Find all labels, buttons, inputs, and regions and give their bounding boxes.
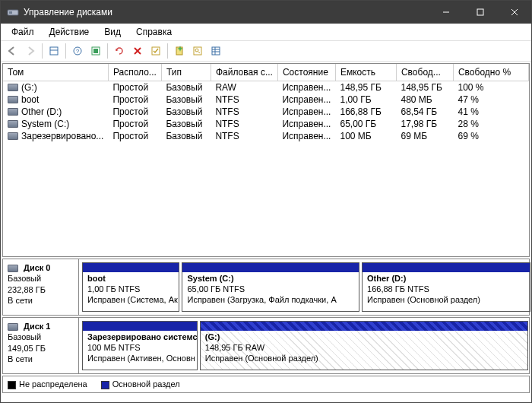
table-row[interactable]: Other (D:)ПростойБазовыйNTFSИсправен...1… bbox=[3, 106, 529, 118]
refresh-button[interactable] bbox=[111, 43, 128, 59]
cell-type: Базовый bbox=[161, 94, 211, 106]
partition-body: boot1,00 ГБ NTFSИсправен (Система, Ак bbox=[83, 272, 179, 311]
cell-layout: Простой bbox=[108, 81, 161, 94]
disk-row[interactable]: Диск 0Базовый232,88 ГБВ сетиboot1,00 ГБ … bbox=[2, 259, 530, 316]
partition[interactable]: Other (D:)166,88 ГБ NTFSИсправен (Основн… bbox=[362, 262, 530, 312]
col-freepct[interactable]: Свободно % bbox=[453, 64, 528, 81]
cell-layout: Простой bbox=[108, 130, 161, 142]
cell-freepct: 41 % bbox=[453, 106, 528, 118]
cell-type: Базовый bbox=[161, 130, 211, 142]
minimize-button[interactable] bbox=[429, 1, 463, 24]
delete-button[interactable] bbox=[129, 43, 146, 59]
cell-status: Исправен... bbox=[277, 81, 335, 94]
back-button[interactable] bbox=[4, 43, 21, 59]
volume-icon bbox=[8, 84, 18, 91]
svg-rect-3 bbox=[477, 9, 483, 15]
table-row[interactable]: System (C:)ПростойБазовыйNTFSИсправен...… bbox=[3, 118, 529, 130]
legend-primary: Основной раздел bbox=[101, 379, 180, 389]
partition-cap bbox=[83, 322, 197, 331]
legend: Не распределена Основной раздел bbox=[2, 376, 530, 393]
cell-name: (G:) bbox=[3, 81, 108, 94]
partition-cap bbox=[182, 263, 359, 272]
menu-action[interactable]: Действие bbox=[42, 25, 97, 39]
svg-rect-19 bbox=[212, 47, 220, 55]
partition-body: (G:)148,95 ГБ RAWИсправен (Основной разд… bbox=[201, 331, 527, 370]
window-title: Управление дисками bbox=[24, 7, 112, 17]
cell-layout: Простой bbox=[108, 118, 161, 130]
settings-button[interactable] bbox=[87, 43, 104, 59]
disk-graphical-pane: Диск 0Базовый232,88 ГБВ сетиboot1,00 ГБ … bbox=[2, 259, 530, 374]
svg-rect-11 bbox=[93, 49, 98, 53]
cell-status: Исправен... bbox=[277, 118, 335, 130]
cell-type: Базовый bbox=[161, 118, 211, 130]
partition-cap bbox=[83, 263, 179, 272]
svg-rect-16 bbox=[194, 47, 201, 55]
partition[interactable]: (G:)148,95 ГБ RAWИсправен (Основной разд… bbox=[200, 321, 528, 370]
menu-help[interactable]: Справка bbox=[128, 25, 179, 39]
cell-status: Исправен... bbox=[277, 106, 335, 118]
col-fs[interactable]: Файловая с... bbox=[211, 64, 277, 81]
table-header-row[interactable]: Том Располо... Тип Файловая с... Состоян… bbox=[3, 64, 529, 81]
cell-capacity: 148,95 ГБ bbox=[335, 81, 396, 94]
cell-free: 480 МБ bbox=[396, 94, 453, 106]
table-row[interactable]: Зарезервировано...ПростойБазовыйNTFSИспр… bbox=[3, 130, 529, 142]
cell-free: 69 МБ bbox=[396, 130, 453, 142]
col-free[interactable]: Свобод... bbox=[396, 64, 453, 81]
swatch-black bbox=[8, 381, 16, 389]
menu-view[interactable]: Вид bbox=[97, 25, 128, 39]
volume-icon bbox=[8, 120, 18, 128]
cell-capacity: 1,00 ГБ bbox=[335, 94, 396, 106]
cell-fs: NTFS bbox=[211, 130, 277, 142]
forward-button[interactable] bbox=[22, 43, 39, 59]
col-layout[interactable]: Располо... bbox=[108, 64, 161, 81]
col-capacity[interactable]: Емкость bbox=[335, 64, 396, 81]
cell-name: System (C:) bbox=[3, 118, 108, 130]
table-row[interactable]: (G:)ПростойБазовыйRAWИсправен...148,95 Г… bbox=[3, 81, 529, 94]
search-button[interactable] bbox=[189, 43, 206, 59]
partition-body: System (C:)65,00 ГБ NTFSИсправен (Загруз… bbox=[182, 272, 359, 311]
partition-body: Other (D:)166,88 ГБ NTFSИсправен (Основн… bbox=[363, 272, 530, 311]
toolbar: ? bbox=[1, 40, 531, 62]
col-volume[interactable]: Том bbox=[3, 64, 108, 81]
new-button[interactable] bbox=[171, 43, 188, 59]
cell-free: 17,98 ГБ bbox=[396, 118, 453, 130]
grid-button[interactable] bbox=[207, 43, 224, 59]
volume-icon bbox=[8, 132, 18, 140]
svg-text:?: ? bbox=[76, 48, 80, 55]
view-list-button[interactable] bbox=[46, 43, 62, 59]
volume-list-pane[interactable]: Том Располо... Тип Файловая с... Состоян… bbox=[2, 63, 530, 257]
cell-fs: NTFS bbox=[211, 118, 277, 130]
col-status[interactable]: Состояние bbox=[277, 64, 335, 81]
cell-freepct: 69 % bbox=[453, 130, 528, 142]
partition-body: Зарезервировано системс100 МБ NTFSИсправ… bbox=[83, 331, 197, 370]
partition[interactable]: System (C:)65,00 ГБ NTFSИсправен (Загруз… bbox=[182, 262, 359, 312]
menubar: Файл Действие Вид Справка bbox=[1, 24, 531, 40]
partition[interactable]: Зарезервировано системс100 МБ NTFSИсправ… bbox=[82, 321, 198, 370]
close-button[interactable] bbox=[497, 1, 531, 24]
maximize-button[interactable] bbox=[463, 1, 497, 24]
cell-status: Исправен... bbox=[277, 94, 335, 106]
cell-type: Базовый bbox=[161, 81, 211, 94]
table-row[interactable]: bootПростойБазовыйNTFSИсправен...1,00 ГБ… bbox=[3, 94, 529, 106]
cell-capacity: 166,88 ГБ bbox=[335, 106, 396, 118]
partition[interactable]: boot1,00 ГБ NTFSИсправен (Система, Ак bbox=[82, 262, 179, 312]
svg-rect-6 bbox=[50, 47, 58, 55]
help-button[interactable]: ? bbox=[69, 43, 86, 59]
menu-file[interactable]: Файл bbox=[4, 25, 42, 39]
cell-freepct: 28 % bbox=[453, 118, 528, 130]
svg-point-17 bbox=[195, 49, 198, 52]
cell-fs: NTFS bbox=[211, 106, 277, 118]
cell-name: Зарезервировано... bbox=[3, 130, 108, 142]
disk-graph: Зарезервировано системс100 МБ NTFSИсправ… bbox=[79, 318, 529, 373]
cell-capacity: 100 МБ bbox=[335, 130, 396, 142]
cell-fs: RAW bbox=[211, 81, 277, 94]
svg-line-18 bbox=[198, 52, 200, 53]
cell-name: boot bbox=[3, 94, 108, 106]
cell-type: Базовый bbox=[161, 106, 211, 118]
disk-info: Диск 0Базовый232,88 ГБВ сети bbox=[3, 259, 79, 315]
check-button[interactable] bbox=[147, 43, 164, 59]
disk-icon bbox=[8, 265, 18, 272]
disk-row[interactable]: Диск 1Базовый149,05 ГБВ сетиЗарезервиров… bbox=[2, 317, 530, 374]
partition-cap bbox=[201, 322, 527, 331]
col-type[interactable]: Тип bbox=[161, 64, 211, 81]
